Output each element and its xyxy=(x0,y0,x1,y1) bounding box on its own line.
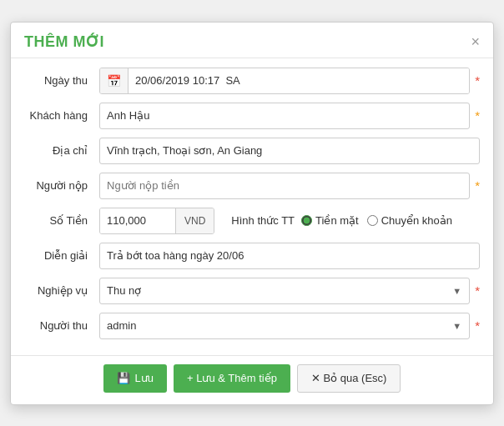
so-tien-label: Số Tiền xyxy=(24,214,99,227)
nguoi-thu-row: Người thu admin Khác ▼ * xyxy=(24,312,480,340)
dia-chi-row: Địa chỉ xyxy=(24,137,480,165)
tien-mat-label: Tiền mặt xyxy=(315,214,359,227)
radio-group: Tiền mặt Chuyển khoản xyxy=(301,214,452,227)
nghiep-vu-required: * xyxy=(475,283,480,298)
nguoi-thu-select[interactable]: admin Khác xyxy=(99,313,470,339)
nguoi-nop-input[interactable] xyxy=(99,173,470,199)
cancel-button[interactable]: ✕ Bỏ qua (Esc) xyxy=(297,364,401,393)
nguoi-thu-select-wrap: admin Khác ▼ xyxy=(99,313,470,339)
save-icon: 💾 xyxy=(117,372,130,384)
save-label: Lưu xyxy=(135,372,154,384)
ngay-thu-row: Ngày thu 📅 * xyxy=(24,67,480,95)
dien-giai-label: Diễn giải xyxy=(24,249,99,262)
dia-chi-label: Địa chỉ xyxy=(24,144,99,157)
ngay-thu-input-wrap: 📅 xyxy=(99,68,470,94)
so-tien-row: Số Tiền VND Hình thức TT Tiền mặt xyxy=(24,207,480,235)
save-add-label: + Lưu & Thêm tiếp xyxy=(187,372,277,384)
dien-giai-input[interactable] xyxy=(99,243,480,269)
so-tien-input[interactable] xyxy=(100,208,175,233)
dia-chi-input[interactable] xyxy=(99,138,480,164)
ngay-thu-required: * xyxy=(475,73,480,88)
calendar-icon: 📅 xyxy=(100,68,129,93)
dien-giai-row: Diễn giải xyxy=(24,242,480,270)
chuyen-khoan-radio[interactable] xyxy=(367,215,378,226)
chuyen-khoan-option[interactable]: Chuyển khoản xyxy=(367,214,452,227)
modal: THÊM MỚI × Ngày thu 📅 * Khách hàng * Địa… xyxy=(10,22,494,405)
nguoi-thu-required: * xyxy=(475,318,480,333)
modal-title: THÊM MỚI xyxy=(24,33,104,51)
amount-row: VND Hình thức TT Tiền mặt Chuyển khoản xyxy=(99,208,480,234)
currency-label: VND xyxy=(175,208,214,233)
save-add-button[interactable]: + Lưu & Thêm tiếp xyxy=(174,364,290,393)
nguoi-nop-label: Người nộp xyxy=(24,179,99,192)
ngay-thu-label: Ngày thu xyxy=(24,74,99,87)
nguoi-nop-required: * xyxy=(475,178,480,193)
cancel-label: ✕ Bỏ qua (Esc) xyxy=(311,372,387,384)
close-button[interactable]: × xyxy=(471,34,480,49)
nghiep-vu-label: Nghiệp vụ xyxy=(24,284,99,297)
khach-hang-row: Khách hàng * xyxy=(24,102,480,130)
payment-methods: Hình thức TT Tiền mặt Chuyển khoản xyxy=(231,214,452,227)
khach-hang-input[interactable] xyxy=(99,103,470,129)
nguoi-nop-row: Người nộp * xyxy=(24,172,480,200)
nguoi-thu-label: Người thu xyxy=(24,319,99,332)
khach-hang-required: * xyxy=(475,108,480,123)
tien-mat-option[interactable]: Tiền mặt xyxy=(301,214,359,227)
nghiep-vu-select-wrap: Thu nợ Khác ▼ xyxy=(99,278,470,304)
khach-hang-label: Khách hàng xyxy=(24,109,99,122)
payment-method-label: Hình thức TT xyxy=(231,214,295,227)
tien-mat-radio[interactable] xyxy=(301,215,312,226)
modal-footer: 💾 Lưu + Lưu & Thêm tiếp ✕ Bỏ qua (Esc) xyxy=(11,355,493,404)
nghiep-vu-row: Nghiệp vụ Thu nợ Khác ▼ * xyxy=(24,277,480,305)
modal-header: THÊM MỚI × xyxy=(11,23,493,58)
nghiep-vu-select[interactable]: Thu nợ Khác xyxy=(99,278,470,304)
amount-input-wrap: VND xyxy=(99,208,214,234)
modal-body: Ngày thu 📅 * Khách hàng * Địa chỉ Người … xyxy=(11,58,493,355)
ngay-thu-input[interactable] xyxy=(129,68,469,93)
chuyen-khoan-label: Chuyển khoản xyxy=(381,214,452,227)
save-button[interactable]: 💾 Lưu xyxy=(103,364,167,393)
